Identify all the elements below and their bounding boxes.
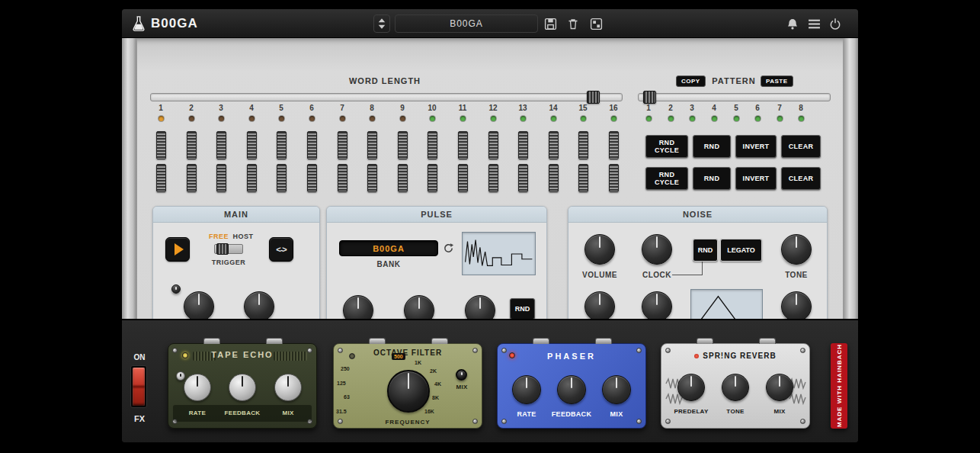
tape-echo-feedback-knob[interactable] xyxy=(229,374,256,401)
step-slider-a[interactable] xyxy=(398,131,408,159)
power-icon[interactable] xyxy=(828,16,843,31)
noise-decay-knob[interactable] xyxy=(642,291,672,322)
step-slider-a[interactable] xyxy=(338,131,347,159)
step-slider-b[interactable] xyxy=(187,164,197,192)
play-button[interactable] xyxy=(165,237,190,262)
step-slider-a[interactable] xyxy=(609,131,619,159)
step-slider-a[interactable] xyxy=(277,131,287,159)
noise-attack-knob[interactable] xyxy=(584,291,615,322)
spring-mix-knob[interactable] xyxy=(766,374,793,401)
freq-8k: 8K xyxy=(432,395,439,400)
step-slider-b[interactable] xyxy=(488,164,498,192)
delete-preset-icon[interactable] xyxy=(565,16,581,31)
rnd-button-row2[interactable]: RND xyxy=(693,167,731,190)
fx-switch-rocker xyxy=(133,368,145,406)
spring-predelay-knob[interactable] xyxy=(677,374,705,401)
fx-on-switch[interactable] xyxy=(130,365,147,408)
step-slider-b[interactable] xyxy=(518,164,528,192)
desktop-background: B00GA B00GA xyxy=(0,0,980,453)
step-led xyxy=(340,116,345,121)
phaser-mix-knob[interactable] xyxy=(602,375,631,404)
freq-500-selected: 500 xyxy=(392,353,405,360)
step-led xyxy=(249,116,255,121)
preset-name-field[interactable]: B00GA xyxy=(395,14,538,33)
invert-button-row2[interactable]: INVERT xyxy=(735,167,777,190)
rnd-button-row1[interactable]: RND xyxy=(693,135,731,158)
main-rate-knob[interactable] xyxy=(184,291,214,322)
step-slider-b[interactable] xyxy=(578,164,588,192)
step-slider-b[interactable] xyxy=(338,164,347,192)
menu-hamburger-icon[interactable] xyxy=(806,16,821,31)
step-led xyxy=(309,116,315,121)
step-slider-b[interactable] xyxy=(247,164,257,192)
step-slider-a[interactable] xyxy=(428,131,437,159)
paste-pattern-button[interactable]: PASTE xyxy=(761,76,793,87)
tape-echo-pedal: TAPE ECHO RATE FEEDBACK MIX xyxy=(168,343,317,429)
rate-mod-mini-knob[interactable] xyxy=(171,284,181,294)
noise-volume-knob[interactable] xyxy=(584,234,615,265)
step-column: 2 xyxy=(176,104,207,197)
step-slider-b[interactable] xyxy=(307,164,317,192)
invert-button-row1[interactable]: INVERT xyxy=(735,135,777,158)
step-slider-a[interactable] xyxy=(307,131,317,159)
step-slider-b[interactable] xyxy=(428,164,437,192)
spring-tone-knob[interactable] xyxy=(722,374,749,401)
word-length-slider-handle[interactable] xyxy=(587,91,600,104)
tape-echo-trim-knob[interactable] xyxy=(176,371,185,381)
noise-clock-knob[interactable] xyxy=(642,234,672,265)
step-slider-b[interactable] xyxy=(277,164,287,192)
tape-echo-mix-knob[interactable] xyxy=(274,374,302,401)
freq-2k: 2K xyxy=(430,368,437,374)
step-slider-a[interactable] xyxy=(578,131,588,159)
rnd-cycle-button-row2[interactable]: RND CYCLE xyxy=(645,167,688,190)
preset-spinner[interactable] xyxy=(373,14,390,33)
step-slider-b[interactable] xyxy=(156,164,166,192)
step-slider-b[interactable] xyxy=(398,164,408,192)
step-slider-a[interactable] xyxy=(488,131,498,159)
bank-display[interactable]: B00GA xyxy=(339,240,438,256)
step-slider-a[interactable] xyxy=(367,131,377,159)
host-mode-label[interactable]: HOST xyxy=(228,233,258,240)
step-slider-a[interactable] xyxy=(549,131,559,159)
step-column: 10 xyxy=(417,104,447,197)
step-slider-a[interactable] xyxy=(458,131,468,159)
step-slider-a[interactable] xyxy=(216,131,226,159)
rnd-cycle-button-row1[interactable]: RND CYCLE xyxy=(645,135,688,158)
noise-legato-button[interactable]: LEGATO xyxy=(720,239,762,262)
noise-rnd-button[interactable]: RND xyxy=(693,239,718,262)
step-slider-b[interactable] xyxy=(609,164,619,192)
sync-button[interactable]: <-> xyxy=(269,237,293,262)
step-slider-b[interactable] xyxy=(216,164,226,192)
step-slider-a[interactable] xyxy=(187,131,197,159)
step-slider-a[interactable] xyxy=(518,131,528,159)
step-column: 13 xyxy=(508,104,538,197)
trigger-toggle-handle[interactable] xyxy=(216,243,229,255)
step-slider-a[interactable] xyxy=(156,131,166,159)
trigger-toggle[interactable] xyxy=(214,244,243,254)
copy-pattern-button[interactable]: COPY xyxy=(676,76,706,87)
noise-tone-knob[interactable] xyxy=(781,234,812,265)
tape-echo-rate-knob[interactable] xyxy=(184,374,211,401)
pulse-rnd-button[interactable]: RND xyxy=(510,298,535,320)
main-volume-knob[interactable] xyxy=(244,291,274,322)
step-slider-b[interactable] xyxy=(367,164,377,192)
word-length-slider[interactable] xyxy=(150,93,623,101)
save-icon[interactable] xyxy=(543,16,558,31)
env-shape-knob[interactable] xyxy=(781,291,812,322)
clear-button-row2[interactable]: CLEAR xyxy=(781,167,821,190)
random-preset-dice-icon[interactable] xyxy=(588,16,604,31)
bank-cycle-icon[interactable] xyxy=(442,242,454,254)
clear-button-row1[interactable]: CLEAR xyxy=(781,135,821,158)
pattern-step-led xyxy=(734,116,739,121)
pattern-slider[interactable] xyxy=(638,93,831,101)
frequency-knob[interactable] xyxy=(387,370,430,413)
octave-filter-mix-knob[interactable] xyxy=(456,369,467,381)
phaser-rate-knob[interactable] xyxy=(512,375,541,404)
pattern-slider-handle[interactable] xyxy=(643,91,656,104)
phaser-feedback-knob[interactable] xyxy=(557,375,586,404)
notifications-bell-icon[interactable] xyxy=(785,16,800,31)
step-slider-b[interactable] xyxy=(458,164,468,192)
step-slider-a[interactable] xyxy=(247,131,257,159)
step-slider-b[interactable] xyxy=(549,164,559,192)
pedal-jack xyxy=(759,338,776,344)
